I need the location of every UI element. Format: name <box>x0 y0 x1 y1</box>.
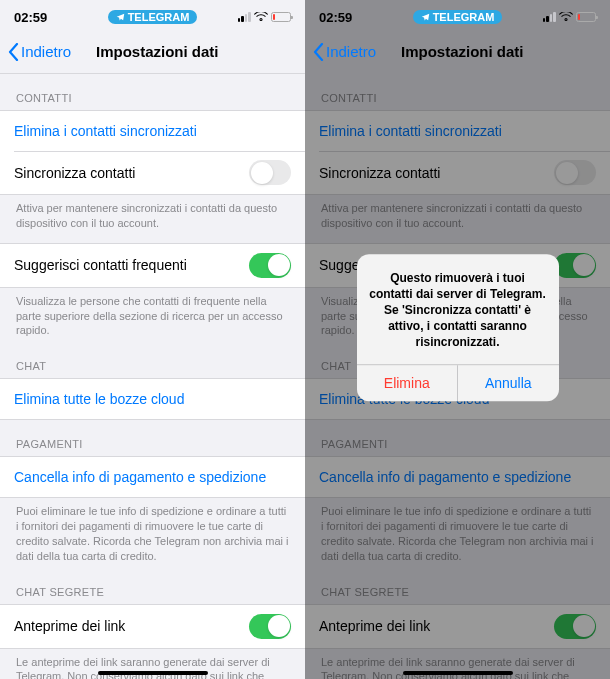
nav-bar: Indietro Impostazioni dati <box>305 30 610 74</box>
alert-cancel-button[interactable]: Annulla <box>457 366 559 402</box>
sync-contacts-row: Sincronizza contatti <box>305 151 610 194</box>
sync-contacts-toggle[interactable] <box>249 160 291 185</box>
section-header-secret: CHAT SEGRETE <box>305 568 610 604</box>
clear-payment-info: Cancella info di pagamento e spedizione <box>305 457 610 497</box>
alert-message: Questo rimuoverà i tuoi contatti dai ser… <box>357 254 559 365</box>
page-title: Impostazioni dati <box>96 43 297 60</box>
screen-right: 02:59 TELEGRAM Indietro Impostazioni dat… <box>305 0 610 679</box>
nav-bar: Indietro Impostazioni dati <box>0 30 305 74</box>
sync-contacts-label: Sincronizza contatti <box>14 165 135 181</box>
page-content[interactable]: CONTATTI Elimina i contatti sincronizzat… <box>0 74 305 679</box>
section-header-contacts: CONTATTI <box>0 74 305 110</box>
frequent-contacts-row: Suggerisci contatti frequenti <box>0 244 305 287</box>
sync-contacts-toggle <box>554 160 596 185</box>
status-time: 02:59 <box>319 10 411 25</box>
section-header-payments: PAGAMENTI <box>305 420 610 456</box>
home-indicator[interactable] <box>403 671 513 675</box>
section-header-payments: PAGAMENTI <box>0 420 305 456</box>
back-button[interactable]: Indietro <box>8 43 88 61</box>
back-button[interactable]: Indietro <box>313 43 393 61</box>
chevron-left-icon <box>8 43 19 61</box>
link-previews-label: Anteprime dei link <box>319 618 430 634</box>
sync-contacts-row: Sincronizza contatti <box>0 151 305 194</box>
section-header-chat: CHAT <box>0 342 305 378</box>
alert-delete-button[interactable]: Elimina <box>357 366 458 402</box>
status-time: 02:59 <box>14 10 106 25</box>
link-previews-toggle[interactable] <box>249 614 291 639</box>
section-header-contacts: CONTATTI <box>305 74 610 110</box>
battery-icon <box>576 12 596 22</box>
telegram-pill[interactable]: TELEGRAM <box>413 10 503 24</box>
link-previews-row: Anteprime dei link <box>0 605 305 648</box>
link-previews-label: Anteprime dei link <box>14 618 125 634</box>
telegram-icon <box>421 13 430 22</box>
confirm-alert: Questo rimuoverà i tuoi contatti dai ser… <box>357 254 559 402</box>
section-footer-payments: Puoi eliminare le tue info di spedizione… <box>305 498 610 567</box>
section-footer-contacts: Attiva per mantenere sincronizzati i con… <box>0 195 305 235</box>
clear-payment-info[interactable]: Cancella info di pagamento e spedizione <box>0 457 305 497</box>
section-header-secret: CHAT SEGRETE <box>0 568 305 604</box>
frequent-contacts-label: Suggerisci contatti frequenti <box>14 257 187 273</box>
frequent-contacts-toggle[interactable] <box>249 253 291 278</box>
telegram-icon <box>116 13 125 22</box>
link-previews-toggle <box>554 614 596 639</box>
wifi-icon <box>559 12 573 22</box>
section-footer-contacts: Attiva per mantenere sincronizzati i con… <box>305 195 610 235</box>
telegram-pill[interactable]: TELEGRAM <box>108 10 198 24</box>
delete-synced-contacts: Elimina i contatti sincronizzati <box>305 111 610 151</box>
battery-icon <box>271 12 291 22</box>
status-bar: 02:59 TELEGRAM <box>0 0 305 30</box>
screen-left: 02:59 TELEGRAM Indietro Impostazioni dat… <box>0 0 305 679</box>
delete-synced-contacts[interactable]: Elimina i contatti sincronizzati <box>0 111 305 151</box>
status-bar: 02:59 TELEGRAM <box>305 0 610 30</box>
signal-icon <box>238 12 251 22</box>
section-footer-payments: Puoi eliminare le tue info di spedizione… <box>0 498 305 567</box>
wifi-icon <box>254 12 268 22</box>
sync-contacts-label: Sincronizza contatti <box>319 165 440 181</box>
page-title: Impostazioni dati <box>401 43 602 60</box>
home-indicator[interactable] <box>98 671 208 675</box>
status-indicators <box>199 12 291 22</box>
link-previews-row: Anteprime dei link <box>305 605 610 648</box>
delete-all-drafts[interactable]: Elimina tutte le bozze cloud <box>0 379 305 419</box>
section-footer-frequent: Visualizza le persone che contatti di fr… <box>0 288 305 343</box>
status-indicators <box>504 12 596 22</box>
chevron-left-icon <box>313 43 324 61</box>
frequent-contacts-toggle <box>554 253 596 278</box>
signal-icon <box>543 12 556 22</box>
